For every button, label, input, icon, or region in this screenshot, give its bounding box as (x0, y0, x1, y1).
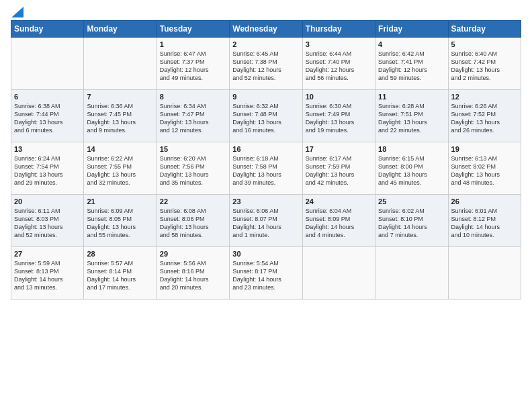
day-cell: 26Sunrise: 6:01 AM Sunset: 8:12 PM Dayli… (448, 195, 521, 247)
day-number: 7 (87, 93, 153, 101)
day-number: 17 (306, 145, 372, 153)
calendar-table: SundayMondayTuesdayWednesdayThursdayFrid… (11, 20, 521, 300)
day-number: 1 (160, 40, 226, 48)
day-cell: 24Sunrise: 6:04 AM Sunset: 8:09 PM Dayli… (302, 195, 375, 247)
day-info: Sunrise: 6:09 AM Sunset: 8:05 PM Dayligh… (87, 207, 153, 240)
day-number: 13 (14, 145, 81, 153)
col-header-saturday: Saturday (448, 21, 521, 38)
day-cell: 16Sunrise: 6:18 AM Sunset: 7:58 PM Dayli… (230, 142, 302, 195)
day-number: 25 (378, 197, 445, 205)
day-cell: 8Sunrise: 6:34 AM Sunset: 7:47 PM Daylig… (157, 90, 229, 142)
week-row-1: 1Sunrise: 6:47 AM Sunset: 7:37 PM Daylig… (11, 38, 521, 90)
day-number: 11 (378, 93, 445, 101)
day-number: 26 (451, 197, 518, 205)
day-info: Sunrise: 6:11 AM Sunset: 8:03 PM Dayligh… (14, 207, 81, 240)
day-info: Sunrise: 6:13 AM Sunset: 8:02 PM Dayligh… (451, 154, 518, 187)
page: SundayMondayTuesdayWednesdayThursdayFrid… (0, 0, 532, 411)
day-info: Sunrise: 6:28 AM Sunset: 7:51 PM Dayligh… (378, 102, 445, 135)
day-number: 15 (160, 145, 226, 153)
day-number: 19 (451, 145, 518, 153)
day-cell: 19Sunrise: 6:13 AM Sunset: 8:02 PM Dayli… (448, 142, 521, 195)
day-info: Sunrise: 5:54 AM Sunset: 8:17 PM Dayligh… (232, 259, 299, 292)
day-number: 16 (232, 145, 299, 153)
day-cell: 2Sunrise: 6:45 AM Sunset: 7:38 PM Daylig… (230, 38, 302, 90)
day-cell: 27Sunrise: 5:59 AM Sunset: 8:13 PM Dayli… (11, 247, 84, 300)
day-cell: 1Sunrise: 6:47 AM Sunset: 7:37 PM Daylig… (157, 38, 229, 90)
day-info: Sunrise: 6:40 AM Sunset: 7:42 PM Dayligh… (451, 50, 518, 83)
day-cell: 6Sunrise: 6:38 AM Sunset: 7:44 PM Daylig… (11, 90, 84, 142)
day-cell: 28Sunrise: 5:57 AM Sunset: 8:14 PM Dayli… (84, 247, 157, 300)
day-cell: 9Sunrise: 6:32 AM Sunset: 7:48 PM Daylig… (230, 90, 302, 142)
day-cell: 12Sunrise: 6:26 AM Sunset: 7:52 PM Dayli… (448, 90, 521, 142)
day-number: 5 (451, 40, 518, 48)
day-cell: 14Sunrise: 6:22 AM Sunset: 7:55 PM Dayli… (84, 142, 157, 195)
week-row-2: 6Sunrise: 6:38 AM Sunset: 7:44 PM Daylig… (11, 90, 521, 142)
day-number: 28 (87, 250, 153, 258)
day-info: Sunrise: 6:17 AM Sunset: 7:59 PM Dayligh… (306, 154, 372, 187)
day-cell: 30Sunrise: 5:54 AM Sunset: 8:17 PM Dayli… (230, 247, 302, 300)
week-row-4: 20Sunrise: 6:11 AM Sunset: 8:03 PM Dayli… (11, 195, 521, 247)
day-number: 2 (232, 40, 299, 48)
day-info: Sunrise: 6:47 AM Sunset: 7:37 PM Dayligh… (160, 50, 226, 83)
day-info: Sunrise: 6:45 AM Sunset: 7:38 PM Dayligh… (232, 50, 299, 83)
day-cell: 11Sunrise: 6:28 AM Sunset: 7:51 PM Dayli… (375, 90, 448, 142)
logo-icon (11, 7, 24, 17)
day-cell: 10Sunrise: 6:30 AM Sunset: 7:49 PM Dayli… (302, 90, 375, 142)
day-cell: 29Sunrise: 5:56 AM Sunset: 8:16 PM Dayli… (157, 247, 229, 300)
day-number: 29 (160, 250, 226, 258)
day-info: Sunrise: 6:36 AM Sunset: 7:45 PM Dayligh… (87, 102, 153, 135)
day-info: Sunrise: 6:42 AM Sunset: 7:41 PM Dayligh… (378, 50, 445, 83)
day-cell: 21Sunrise: 6:09 AM Sunset: 8:05 PM Dayli… (84, 195, 157, 247)
day-number: 24 (306, 197, 372, 205)
week-row-5: 27Sunrise: 5:59 AM Sunset: 8:13 PM Dayli… (11, 247, 521, 300)
day-cell (302, 247, 375, 300)
day-number: 23 (232, 197, 299, 205)
day-info: Sunrise: 6:20 AM Sunset: 7:56 PM Dayligh… (160, 154, 226, 187)
day-cell: 22Sunrise: 6:08 AM Sunset: 8:06 PM Dayli… (157, 195, 229, 247)
day-info: Sunrise: 6:26 AM Sunset: 7:52 PM Dayligh… (451, 102, 518, 135)
day-info: Sunrise: 6:01 AM Sunset: 8:12 PM Dayligh… (451, 207, 518, 240)
day-cell (84, 38, 157, 90)
day-cell (11, 38, 84, 90)
day-number: 6 (14, 93, 81, 101)
day-number: 20 (14, 197, 81, 205)
day-number: 22 (160, 197, 226, 205)
day-cell: 25Sunrise: 6:02 AM Sunset: 8:10 PM Dayli… (375, 195, 448, 247)
day-cell: 17Sunrise: 6:17 AM Sunset: 7:59 PM Dayli… (302, 142, 375, 195)
day-info: Sunrise: 6:02 AM Sunset: 8:10 PM Dayligh… (378, 207, 445, 240)
day-info: Sunrise: 6:22 AM Sunset: 7:55 PM Dayligh… (87, 154, 153, 187)
day-cell: 15Sunrise: 6:20 AM Sunset: 7:56 PM Dayli… (157, 142, 229, 195)
logo (11, 7, 24, 16)
day-info: Sunrise: 6:06 AM Sunset: 8:07 PM Dayligh… (232, 207, 299, 240)
week-row-3: 13Sunrise: 6:24 AM Sunset: 7:54 PM Dayli… (11, 142, 521, 195)
col-header-sunday: Sunday (11, 21, 84, 38)
day-number: 4 (378, 40, 445, 48)
day-cell (375, 247, 448, 300)
day-cell: 3Sunrise: 6:44 AM Sunset: 7:40 PM Daylig… (302, 38, 375, 90)
svg-marker-0 (11, 7, 24, 17)
col-header-wednesday: Wednesday (230, 21, 302, 38)
day-cell: 5Sunrise: 6:40 AM Sunset: 7:42 PM Daylig… (448, 38, 521, 90)
day-info: Sunrise: 5:57 AM Sunset: 8:14 PM Dayligh… (87, 259, 153, 292)
day-info: Sunrise: 5:59 AM Sunset: 8:13 PM Dayligh… (14, 259, 81, 292)
day-cell (448, 247, 521, 300)
day-number: 3 (306, 40, 372, 48)
day-info: Sunrise: 6:04 AM Sunset: 8:09 PM Dayligh… (306, 207, 372, 240)
day-cell: 7Sunrise: 6:36 AM Sunset: 7:45 PM Daylig… (84, 90, 157, 142)
day-number: 10 (306, 93, 372, 101)
day-info: Sunrise: 6:44 AM Sunset: 7:40 PM Dayligh… (306, 50, 372, 83)
day-number: 30 (232, 250, 299, 258)
day-number: 9 (232, 93, 299, 101)
day-cell: 13Sunrise: 6:24 AM Sunset: 7:54 PM Dayli… (11, 142, 84, 195)
header (11, 7, 521, 16)
day-info: Sunrise: 6:24 AM Sunset: 7:54 PM Dayligh… (14, 154, 81, 187)
day-info: Sunrise: 5:56 AM Sunset: 8:16 PM Dayligh… (160, 259, 226, 292)
day-cell: 23Sunrise: 6:06 AM Sunset: 8:07 PM Dayli… (230, 195, 302, 247)
day-cell: 18Sunrise: 6:15 AM Sunset: 8:00 PM Dayli… (375, 142, 448, 195)
header-row: SundayMondayTuesdayWednesdayThursdayFrid… (11, 21, 521, 38)
day-info: Sunrise: 6:32 AM Sunset: 7:48 PM Dayligh… (232, 102, 299, 135)
day-number: 18 (378, 145, 445, 153)
day-number: 12 (451, 93, 518, 101)
day-number: 27 (14, 250, 81, 258)
day-number: 21 (87, 197, 153, 205)
